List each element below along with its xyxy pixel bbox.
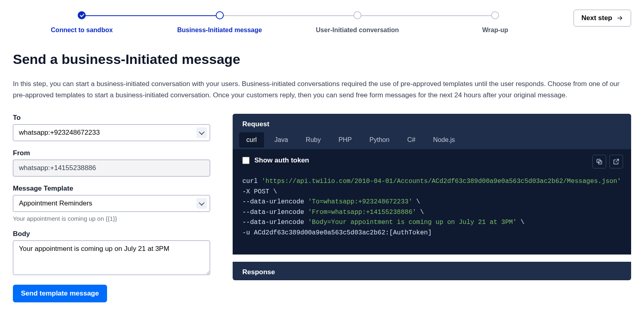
show-auth-token-row: Show auth token <box>242 156 621 164</box>
step-label: User-Initiated conversation <box>289 27 426 34</box>
show-auth-token-checkbox[interactable] <box>242 157 250 164</box>
stepper: Connect to sandbox Business-Initiated me… <box>13 10 564 35</box>
copy-icon <box>596 158 603 165</box>
code-column: Request curl Java Ruby PHP Python C# Nod… <box>233 114 631 280</box>
open-external-button[interactable] <box>609 155 623 168</box>
tab-ruby[interactable]: Ruby <box>299 132 328 148</box>
step-current-icon <box>216 11 224 19</box>
from-input[interactable] <box>13 160 210 177</box>
response-title: Response <box>233 262 631 280</box>
template-label: Message Template <box>13 185 210 193</box>
step-connector <box>357 15 495 16</box>
body-label: Body <box>13 230 210 238</box>
copy-code-button[interactable] <box>592 155 606 168</box>
tab-nodejs[interactable]: Node.js <box>426 132 462 148</box>
step-user-initiated[interactable]: User-Initiated conversation <box>289 11 426 34</box>
step-label: Business-Initiated message <box>151 27 288 34</box>
step-business-initiated[interactable]: Business-Initiated message <box>151 11 288 34</box>
external-link-icon <box>613 158 620 165</box>
response-panel: Response <box>233 262 631 280</box>
step-connect-sandbox[interactable]: Connect to sandbox <box>13 11 151 34</box>
template-hint: Your appointment is coming up on {{1}} <box>13 215 210 222</box>
code-actions <box>592 155 623 168</box>
step-wrap-up[interactable]: Wrap-up <box>426 11 564 34</box>
page-description: In this step, you can start a business-i… <box>13 78 631 101</box>
template-group: Message Template Appointment Reminders Y… <box>13 185 210 222</box>
language-tabs: curl Java Ruby PHP Python C# Node.js <box>233 132 631 149</box>
step-label: Connect to sandbox <box>13 27 151 34</box>
body-textarea[interactable]: Your appointment is coming up on July 21… <box>13 240 210 275</box>
tab-curl[interactable]: curl <box>239 132 264 148</box>
step-upcoming-icon <box>353 11 361 19</box>
tab-python[interactable]: Python <box>362 132 397 148</box>
form-column: To whatsapp:+923248672233 From Message T… <box>13 114 210 302</box>
to-label: To <box>13 114 210 122</box>
next-step-button[interactable]: Next step <box>574 10 631 27</box>
tab-php[interactable]: PHP <box>331 132 359 148</box>
wizard-header: Connect to sandbox Business-Initiated me… <box>13 0 631 35</box>
code-snippet[interactable]: curl 'https://api.twilio.com/2010-04-01/… <box>242 177 621 238</box>
page-title: Send a business-Initiated message <box>13 51 631 67</box>
step-connector <box>220 15 357 16</box>
body-group: Body Your appointment is coming up on Ju… <box>13 230 210 277</box>
step-complete-icon <box>78 11 86 19</box>
step-connector <box>82 15 219 16</box>
step-label: Wrap-up <box>426 27 564 34</box>
arrow-right-icon <box>616 14 623 22</box>
request-title: Request <box>233 114 631 132</box>
code-body: Show auth token curl 'https://api.twilio… <box>233 149 631 255</box>
tab-java[interactable]: Java <box>267 132 295 148</box>
from-label: From <box>13 149 210 157</box>
show-auth-token-label: Show auth token <box>254 156 309 164</box>
template-select[interactable]: Appointment Reminders <box>13 195 210 212</box>
next-step-label: Next step <box>581 14 612 22</box>
main-content: To whatsapp:+923248672233 From Message T… <box>13 114 631 302</box>
step-upcoming-icon <box>491 11 499 19</box>
to-select[interactable]: whatsapp:+923248672233 <box>13 124 210 141</box>
to-group: To whatsapp:+923248672233 <box>13 114 210 141</box>
tab-csharp[interactable]: C# <box>400 132 423 148</box>
from-group: From <box>13 149 210 177</box>
send-template-message-button[interactable]: Send template message <box>13 285 107 302</box>
request-panel: Request curl Java Ruby PHP Python C# Nod… <box>233 114 631 255</box>
